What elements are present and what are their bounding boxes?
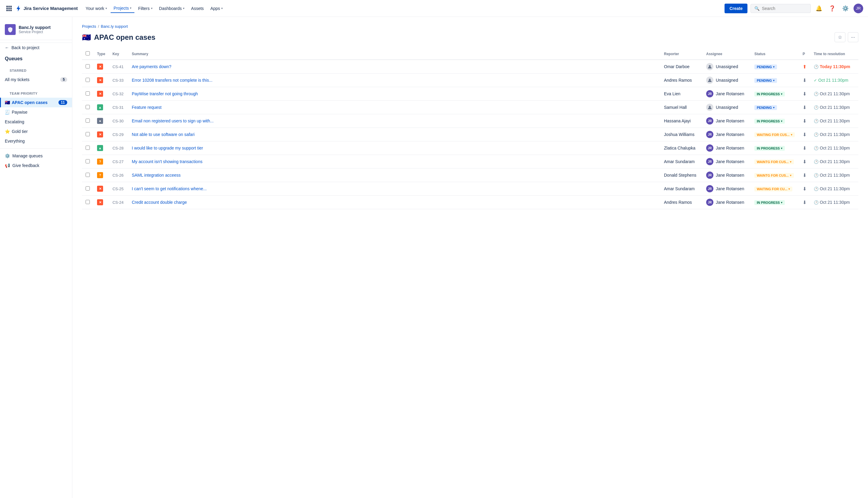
- sidebar-item-all-tickets[interactable]: All my tickets 5: [0, 75, 72, 84]
- reporter-cell: Samuel Hall: [660, 101, 703, 114]
- reporter-cell: Amar Sundaram: [660, 182, 703, 196]
- top-navigation: Jira Service Management Your work ▾ Proj…: [0, 0, 868, 17]
- assignee-name: Jane Rotansen: [716, 200, 744, 205]
- sidebar-item-escalating[interactable]: Escalating: [0, 117, 72, 127]
- issue-summary-link[interactable]: SAML integration acceess: [132, 173, 181, 178]
- app-logo[interactable]: Jira Service Management: [5, 4, 78, 13]
- sidebar-item-everything[interactable]: Everything: [0, 136, 72, 146]
- nav-filters[interactable]: Filters ▾: [135, 4, 155, 13]
- sidebar-item-apac-open-cases[interactable]: 🇦🇺APAC open cases11: [0, 98, 72, 107]
- breadcrumb-project[interactable]: Banc.ly support: [101, 24, 128, 29]
- status-badge[interactable]: IN PROGRESS▾: [755, 146, 785, 151]
- status-badge[interactable]: PENDING▾: [755, 78, 777, 83]
- issue-summary-link[interactable]: Not able to use software on safari: [132, 132, 195, 137]
- status-badge[interactable]: PENDING▾: [755, 105, 777, 110]
- col-priority: P: [799, 48, 810, 60]
- assignee-avatar: JR: [706, 158, 713, 165]
- assignee-name: Jane Rotansen: [716, 91, 744, 96]
- table-row: ?CS-26SAML integration acceessDonald Ste…: [82, 169, 858, 182]
- row-checkbox[interactable]: [85, 64, 90, 68]
- time-to-resolution: 🕐Oct 21 11:30pm: [814, 146, 855, 150]
- chevron-down-icon: ▾: [106, 6, 107, 10]
- reporter-cell: Andres Ramos: [660, 196, 703, 209]
- priority-icon: ⬇: [803, 105, 806, 110]
- type-icon-story: ▲: [97, 145, 103, 151]
- issue-summary-link[interactable]: Are payments down?: [132, 64, 172, 69]
- type-icon-question: ?: [97, 159, 103, 165]
- search-input[interactable]: [762, 6, 804, 11]
- assignee-avatar: [706, 77, 713, 84]
- status-badge[interactable]: IN PROGRESS▾: [755, 119, 785, 123]
- row-checkbox[interactable]: [85, 105, 90, 109]
- issue-summary-link[interactable]: Credit account double charge: [132, 200, 187, 205]
- nav-apps[interactable]: Apps ▾: [208, 4, 226, 13]
- assignee-name: Jane Rotansen: [716, 186, 744, 191]
- status-badge[interactable]: WAITING FOR CUS...▾: [755, 132, 795, 137]
- issue-summary-link[interactable]: PayWise transfer not going through: [132, 91, 198, 96]
- issue-summary-link[interactable]: My account isn't showing transactions: [132, 159, 202, 164]
- manage-queues[interactable]: ⚙️ Manage queues: [0, 151, 72, 161]
- search-box[interactable]: 🔍: [750, 4, 811, 13]
- all-tickets-badge: 5: [60, 77, 67, 82]
- time-to-resolution: 🕐Oct 21 11:30pm: [814, 91, 855, 96]
- row-checkbox[interactable]: [85, 91, 90, 95]
- row-checkbox[interactable]: [85, 159, 90, 163]
- issue-summary-link[interactable]: I can't seem to get notifications whene.…: [132, 186, 207, 191]
- time-value: Oct 21 11:30pm: [820, 105, 850, 110]
- notifications-button[interactable]: 🔔: [814, 4, 824, 13]
- create-button[interactable]: Create: [724, 4, 747, 13]
- assignee-name: Unassigned: [716, 105, 738, 110]
- settings-button[interactable]: ⚙️: [840, 4, 851, 13]
- status-badge[interactable]: IN PROGRESS▾: [755, 92, 785, 96]
- status-badge[interactable]: WAINTG FOR CUS...▾: [755, 173, 794, 178]
- sidebar-item-gold-tier[interactable]: ⭐Gold tier: [0, 127, 72, 136]
- issue-key: CS-27: [112, 159, 123, 164]
- grid-icon[interactable]: [6, 6, 12, 11]
- status-badge[interactable]: WAITING FOR CU...▾: [755, 187, 792, 192]
- time-to-resolution: 🕐Oct 21 11:30pm: [814, 186, 855, 191]
- help-button[interactable]: ❓: [827, 4, 837, 13]
- row-checkbox[interactable]: [85, 146, 90, 150]
- type-icon-bug: ✕: [97, 199, 103, 205]
- back-to-project[interactable]: ← Back to project: [0, 42, 72, 52]
- nav-your-work[interactable]: Your work ▾: [83, 4, 110, 13]
- sidebar-menu: 🇦🇺APAC open cases11🧾PaywiseEscalating⭐Go…: [0, 98, 72, 146]
- user-avatar[interactable]: JR: [854, 4, 863, 13]
- issue-summary-link[interactable]: Feature request: [132, 105, 162, 110]
- sidebar-item-paywise[interactable]: 🧾Paywise: [0, 107, 72, 117]
- priority-icon: ⬇: [803, 146, 806, 151]
- row-checkbox[interactable]: [85, 118, 90, 123]
- give-feedback[interactable]: 📢 Give feedback: [0, 161, 72, 170]
- breadcrumb-projects[interactable]: Projects: [82, 24, 96, 29]
- issue-summary-link[interactable]: Error 10208 transfers not complete is th…: [132, 78, 213, 82]
- status-badge[interactable]: IN PROGRESS▾: [755, 200, 785, 205]
- issue-summary-link[interactable]: I would like to upgrade my support tier: [132, 146, 203, 150]
- status-badge[interactable]: WAINTG FOR CUS...▾: [755, 159, 794, 164]
- row-checkbox[interactable]: [85, 173, 90, 177]
- row-checkbox[interactable]: [85, 200, 90, 204]
- table-row: ▲CS-31Feature requestSamuel HallUnassign…: [82, 101, 858, 114]
- more-options-button[interactable]: ···: [848, 32, 858, 42]
- nav-projects[interactable]: Projects ▾: [111, 4, 135, 13]
- svg-marker-9: [16, 5, 20, 11]
- status-badge[interactable]: PENDING▾: [755, 65, 777, 69]
- manage-queues-icon: ⚙️: [5, 154, 10, 158]
- select-all-checkbox[interactable]: [85, 51, 90, 55]
- issue-summary-link[interactable]: Email non registered users to sign up wi…: [132, 118, 214, 123]
- type-icon-bug: ✕: [97, 131, 103, 137]
- chevron-down-icon: ▾: [151, 6, 152, 10]
- assignee-avatar: JR: [706, 131, 713, 138]
- star-button[interactable]: ☆: [834, 32, 845, 42]
- sidebar-item-label: 🧾Paywise: [5, 110, 27, 115]
- row-checkbox[interactable]: [85, 78, 90, 82]
- project-header: Banc.ly support Service Project: [0, 22, 72, 40]
- assignee-cell: Unassigned: [706, 104, 747, 111]
- row-checkbox[interactable]: [85, 186, 90, 191]
- time-to-resolution: 🕐Oct 21 11:30pm: [814, 132, 855, 137]
- shield-icon: [7, 27, 13, 32]
- nav-dashboards[interactable]: Dashboards ▾: [156, 4, 188, 13]
- nav-assets[interactable]: Assets: [188, 4, 207, 13]
- reporter-cell: Andres Ramos: [660, 74, 703, 87]
- row-checkbox[interactable]: [85, 132, 90, 136]
- assignee-name: Jane Rotansen: [716, 146, 744, 150]
